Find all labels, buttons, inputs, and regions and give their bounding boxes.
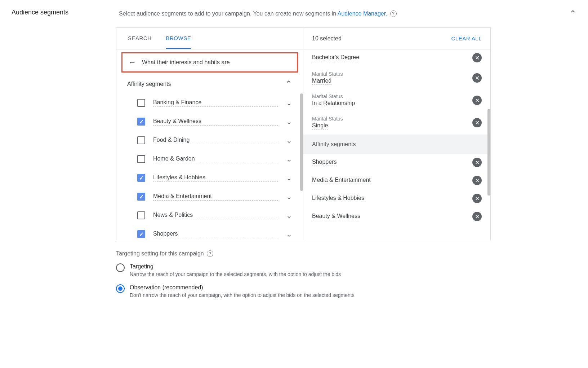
checkbox[interactable]	[137, 99, 145, 107]
scrollbar-thumb[interactable]	[487, 109, 490, 196]
list-item[interactable]: News & Politics ⌄	[116, 206, 303, 225]
remove-button[interactable]: ✕	[472, 118, 482, 127]
checkbox[interactable]	[137, 155, 145, 163]
chevron-up-icon: ⌃	[285, 79, 292, 89]
chevron-down-icon[interactable]: ⌄	[286, 117, 292, 126]
radio-description: Narrow the reach of your campaign to the…	[130, 271, 341, 277]
remove-button[interactable]: ✕	[472, 73, 482, 83]
selected-item: Marital Status In a Relationship ✕	[303, 90, 490, 112]
selected-value: In a Relationship	[312, 100, 355, 107]
selected-value: Lifestyles & Hobbies	[312, 195, 364, 202]
breadcrumb: ← What their interests and habits are	[121, 52, 298, 73]
radio-label: Observation (recommended)	[130, 284, 355, 291]
remove-button[interactable]: ✕	[472, 96, 482, 105]
radio-button[interactable]	[116, 284, 125, 293]
chevron-down-icon[interactable]: ⌄	[286, 230, 292, 238]
radio-label: Targeting	[130, 263, 341, 270]
selected-item: Lifestyles & Hobbies ✕	[303, 190, 490, 208]
radio-button[interactable]	[116, 263, 125, 272]
category-header[interactable]: Affinity segments ⌃	[116, 73, 303, 93]
audience-panel: SEARCH BROWSE ← What their interests and…	[116, 27, 491, 240]
chevron-down-icon[interactable]: ⌄	[286, 98, 292, 107]
selected-category: Marital Status	[312, 71, 343, 77]
collapse-chevron-icon[interactable]: ⌃	[569, 9, 576, 19]
selected-item: Media & Entertainment ✕	[303, 172, 490, 190]
segment-list: Banking & Finance ⌄ ✓ Beauty & Wellness …	[116, 93, 303, 240]
checkmark-icon: ✓	[139, 193, 144, 200]
list-item[interactable]: ✓ Shoppers ⌄	[116, 225, 303, 240]
selected-value: Married	[312, 78, 331, 85]
checkbox[interactable]	[137, 211, 145, 219]
selected-item: Marital Status Married ✕	[303, 67, 490, 90]
group-header-affinity: Affinity segments	[303, 135, 490, 154]
targeting-title: Targeting setting for this campaign ?	[116, 250, 576, 257]
breadcrumb-text: What their interests and habits are	[142, 59, 230, 66]
list-item[interactable]: Food & Dining ⌄	[116, 131, 303, 150]
selected-pane: 10 selected CLEAR ALL Bachelor's Degree …	[303, 28, 490, 240]
selected-value: Beauty & Wellness	[312, 213, 360, 220]
radio-dot-icon	[118, 286, 122, 291]
selected-category: Marital Status	[312, 116, 343, 122]
selected-header: 10 selected CLEAR ALL	[303, 28, 490, 49]
checkbox[interactable]: ✓	[137, 174, 145, 182]
selected-item: Shoppers ✕	[303, 154, 490, 172]
tab-bar: SEARCH BROWSE	[116, 28, 303, 49]
item-label: Banking & Finance	[153, 99, 278, 107]
remove-button[interactable]: ✕	[472, 158, 482, 167]
item-label: Shoppers	[153, 231, 278, 238]
checkbox[interactable]: ✓	[137, 193, 145, 201]
section-header: Audience segments Select audience segmen…	[12, 9, 576, 19]
clear-all-button[interactable]: CLEAR ALL	[451, 35, 482, 41]
checkmark-icon: ✓	[139, 231, 144, 238]
header-description: Select audience segments to add to your …	[119, 10, 387, 17]
help-icon[interactable]: ?	[390, 10, 397, 17]
selected-value: Shoppers	[312, 159, 337, 166]
radio-option-observation[interactable]: Observation (recommended) Don't narrow t…	[116, 284, 576, 298]
list-item[interactable]: Home & Garden ⌄	[116, 150, 303, 168]
list-item[interactable]: ✓ Beauty & Wellness ⌄	[116, 112, 303, 131]
back-arrow-icon[interactable]: ←	[128, 58, 136, 67]
remove-button[interactable]: ✕	[472, 176, 482, 185]
item-label: Lifestyles & Hobbies	[153, 174, 278, 182]
checkbox[interactable]	[137, 136, 145, 144]
selected-count: 10 selected	[312, 35, 342, 42]
item-label: Food & Dining	[153, 137, 278, 144]
audience-manager-link[interactable]: Audience Manager.	[338, 10, 387, 17]
remove-button[interactable]: ✕	[472, 53, 482, 62]
selected-item: Bachelor's Degree ✕	[303, 49, 490, 67]
list-item[interactable]: Banking & Finance ⌄	[116, 93, 303, 112]
selected-list: Bachelor's Degree ✕ Marital Status Marri…	[303, 49, 490, 240]
item-label: News & Politics	[153, 212, 278, 219]
help-icon[interactable]: ?	[207, 250, 213, 257]
remove-button[interactable]: ✕	[472, 194, 482, 203]
checkbox[interactable]: ✓	[137, 230, 145, 238]
list-item[interactable]: ✓ Media & Entertainment ⌄	[116, 187, 303, 206]
chevron-down-icon[interactable]: ⌄	[286, 136, 292, 145]
checkmark-icon: ✓	[139, 118, 144, 125]
category-title: Affinity segments	[127, 81, 171, 87]
chevron-down-icon[interactable]: ⌄	[286, 192, 292, 201]
radio-option-targeting[interactable]: Targeting Narrow the reach of your campa…	[116, 263, 576, 277]
scrollbar-thumb[interactable]	[300, 93, 303, 191]
chevron-down-icon[interactable]: ⌄	[286, 211, 292, 220]
selected-category: Marital Status	[312, 93, 355, 99]
checkbox[interactable]: ✓	[137, 118, 145, 126]
item-label: Home & Garden	[153, 155, 278, 163]
tab-search[interactable]: SEARCH	[128, 28, 152, 49]
page-title: Audience segments	[12, 9, 68, 16]
targeting-section: Targeting setting for this campaign ? Ta…	[116, 250, 576, 298]
tab-browse[interactable]: BROWSE	[166, 28, 191, 49]
checkmark-icon: ✓	[139, 175, 144, 181]
selected-value: Single	[312, 122, 328, 130]
browse-pane: SEARCH BROWSE ← What their interests and…	[116, 28, 303, 240]
selected-item: Marital Status Single ✕	[303, 112, 490, 135]
selected-item: Beauty & Wellness ✕	[303, 208, 490, 226]
selected-value: Bachelor's Degree	[312, 54, 359, 61]
list-item[interactable]: ✓ Lifestyles & Hobbies ⌄	[116, 168, 303, 187]
item-label: Media & Entertainment	[153, 193, 278, 201]
remove-button[interactable]: ✕	[472, 212, 482, 221]
chevron-down-icon[interactable]: ⌄	[286, 155, 292, 163]
chevron-down-icon[interactable]: ⌄	[286, 174, 292, 182]
radio-description: Don't narrow the reach of your campaign,…	[130, 292, 355, 298]
item-label: Beauty & Wellness	[153, 118, 278, 126]
